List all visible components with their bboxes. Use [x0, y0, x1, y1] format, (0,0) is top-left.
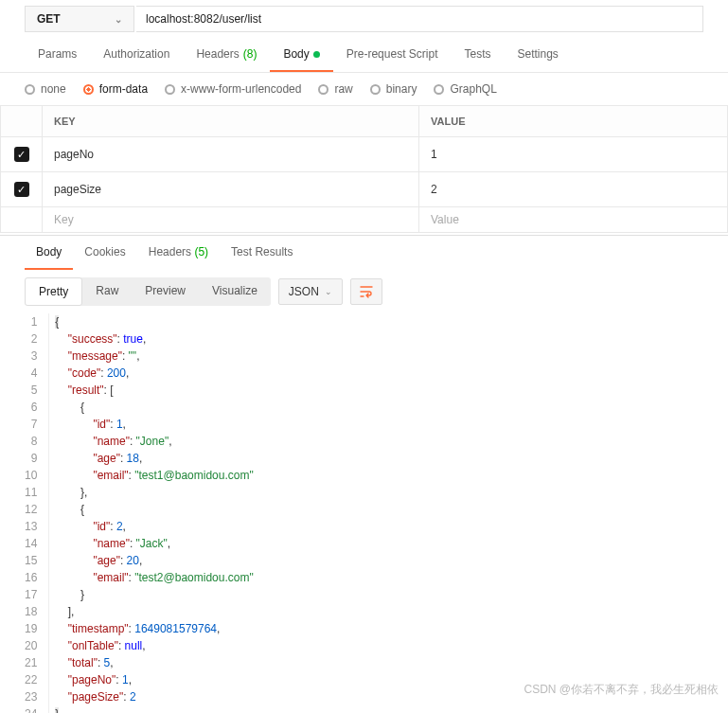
view-mode-tabs: Pretty Raw Preview Visualize	[25, 277, 271, 306]
radio-icon	[83, 84, 94, 95]
tab-authorization[interactable]: Authorization	[90, 38, 183, 72]
checkbox-icon[interactable]: ✓	[14, 182, 29, 197]
response-body-viewer[interactable]: 123456789101112131415161718192021222324 …	[0, 313, 728, 713]
body-type-urlencoded[interactable]: x-www-form-urlencoded	[165, 82, 301, 96]
radio-icon	[434, 84, 444, 95]
param-value[interactable]: 1	[419, 137, 728, 172]
radio-icon	[370, 84, 381, 95]
format-label: JSON	[289, 285, 319, 298]
radio-icon	[318, 84, 328, 95]
url-input[interactable]	[136, 6, 703, 32]
wrap-lines-button[interactable]	[350, 278, 382, 305]
status-dot-icon	[313, 51, 320, 58]
chevron-down-icon: ⌄	[325, 287, 332, 296]
format-select[interactable]: JSON ⌄	[278, 278, 343, 305]
wrap-icon	[359, 284, 374, 299]
radio-icon	[25, 84, 35, 95]
radio-icon	[165, 84, 175, 95]
view-tab-pretty[interactable]: Pretty	[25, 277, 82, 306]
resp-tab-headers[interactable]: Headers (5)	[137, 236, 220, 270]
line-numbers: 123456789101112131415161718192021222324	[25, 313, 49, 713]
resp-tab-cookies[interactable]: Cookies	[73, 236, 136, 270]
body-type-graphql[interactable]: GraphQL	[434, 82, 496, 96]
checkbox-icon[interactable]: ✓	[14, 147, 29, 162]
col-checkbox	[1, 106, 43, 137]
tab-prerequest[interactable]: Pre-request Script	[333, 38, 452, 72]
body-type-formdata[interactable]: form-data	[83, 82, 148, 96]
resp-tab-body[interactable]: Body	[25, 236, 73, 270]
body-type-raw[interactable]: raw	[318, 82, 352, 96]
tab-params[interactable]: Params	[25, 38, 90, 72]
param-value[interactable]: 2	[419, 172, 728, 207]
body-type-none[interactable]: none	[25, 82, 66, 96]
col-key: KEY	[43, 106, 419, 137]
table-row[interactable]: ✓ pageSize 2	[1, 172, 728, 207]
tab-body[interactable]: Body	[270, 38, 332, 72]
tab-headers[interactable]: Headers (8)	[183, 38, 270, 72]
form-data-table: KEY VALUE ✓ pageNo 1 ✓ pageSize 2 Key Va…	[0, 105, 728, 233]
param-key[interactable]: pageSize	[43, 172, 419, 207]
table-row-placeholder[interactable]: Key Value	[1, 207, 728, 233]
col-value: VALUE	[419, 106, 728, 137]
body-type-binary[interactable]: binary	[370, 82, 417, 96]
tab-tests[interactable]: Tests	[451, 38, 504, 72]
method-select[interactable]: GET ⌄	[25, 6, 134, 32]
view-tab-raw[interactable]: Raw	[82, 277, 132, 306]
table-row[interactable]: ✓ pageNo 1	[1, 137, 728, 172]
method-label: GET	[37, 12, 61, 26]
view-tab-preview[interactable]: Preview	[132, 277, 199, 306]
resp-tab-testresults[interactable]: Test Results	[220, 236, 304, 270]
tab-settings[interactable]: Settings	[505, 38, 572, 72]
param-key[interactable]: pageNo	[43, 137, 419, 172]
code-lines: { "success": true, "message": "", "code"…	[49, 313, 253, 713]
view-tab-visualize[interactable]: Visualize	[199, 277, 271, 306]
chevron-down-icon: ⌄	[115, 14, 122, 25]
